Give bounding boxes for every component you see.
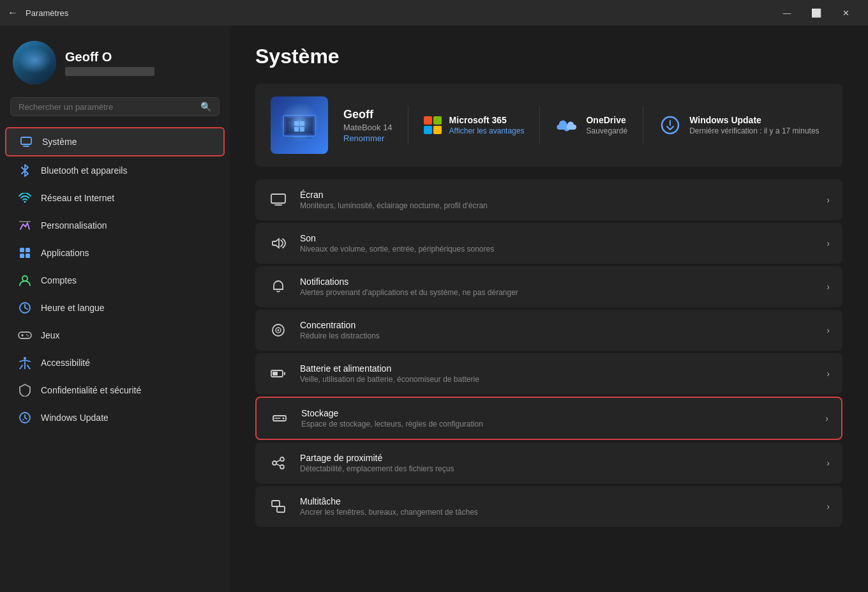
svg-rect-43 — [277, 506, 285, 512]
svg-point-35 — [283, 418, 285, 420]
settings-list: Écran Moniteurs, luminosité, éclairage n… — [255, 179, 842, 527]
applications-icon — [18, 246, 32, 260]
windows-update-icon — [18, 411, 32, 425]
svg-rect-33 — [284, 372, 285, 376]
stockage-icon — [269, 408, 290, 429]
svg-point-9 — [22, 276, 27, 281]
svg-point-14 — [26, 334, 27, 335]
divider-3 — [643, 106, 643, 144]
notifications-chevron: › — [827, 282, 830, 292]
user-name: Geoff O — [65, 50, 154, 65]
stockage-text: Stockage Espace de stockage, lecteurs, r… — [301, 408, 814, 429]
stockage-chevron: › — [825, 413, 828, 423]
divider-2 — [539, 106, 540, 144]
sidebar: Geoff O 🔍 Système — [0, 26, 230, 592]
svg-rect-11 — [19, 332, 31, 338]
bluetooth-icon — [18, 163, 32, 178]
ms365-title: Microsoft 365 — [449, 115, 525, 125]
batterie-text: Batterie et alimentation Veille, utilisa… — [300, 363, 815, 384]
jeux-icon — [18, 328, 32, 342]
search-input[interactable] — [19, 102, 195, 112]
multitache-subtitle: Ancrer les fenêtres, bureaux, changement… — [300, 508, 815, 517]
user-info: Geoff O — [65, 50, 154, 76]
svg-rect-18 — [283, 116, 315, 136]
device-model: MateBook 14 — [343, 123, 393, 132]
wu-text: Windows Update Dernière vérification : i… — [689, 115, 819, 135]
settings-row-notifications[interactable]: Notifications Alertes provenant d'applic… — [255, 266, 842, 307]
window-controls: — ⬜ ✕ — [772, 0, 860, 26]
stockage-title: Stockage — [301, 408, 814, 418]
wu-subtitle: Dernière vérification : il y a 17 minute… — [689, 126, 819, 135]
onedrive-icon — [555, 114, 578, 137]
settings-row-concentration[interactable]: Concentration Réduire les distractions › — [255, 310, 842, 351]
divider-1 — [408, 106, 408, 144]
svg-point-20 — [289, 116, 310, 136]
accessibilite-icon — [18, 356, 32, 370]
svg-rect-0 — [21, 137, 31, 144]
svg-rect-32 — [273, 372, 278, 376]
partage-text: Partage de proximité Détectabilité, empl… — [300, 453, 815, 473]
wu-info-icon — [659, 114, 682, 137]
ms365-section: Microsoft 365 Afficher les avantages — [424, 115, 525, 135]
svg-rect-21 — [293, 136, 306, 137]
ecran-text: Écran Moniteurs, luminosité, éclairage n… — [300, 190, 815, 210]
onedrive-text: OneDrive Sauvegardé — [586, 115, 627, 135]
device-rename-link[interactable]: Renommer — [343, 133, 393, 143]
svg-rect-8 — [26, 254, 30, 258]
svg-point-15 — [27, 335, 29, 337]
sidebar-item-applications[interactable]: Applications — [5, 239, 225, 266]
settings-row-son[interactable]: Son Niveaux de volume, sortie, entrée, p… — [255, 223, 842, 264]
sidebar-item-perso[interactable]: Personnalisation — [5, 212, 225, 239]
maximize-button[interactable]: ⬜ — [802, 0, 831, 26]
settings-row-batterie[interactable]: Batterie et alimentation Veille, utilisa… — [255, 353, 842, 394]
sidebar-item-bluetooth[interactable]: Bluetooth et appareils — [5, 157, 225, 184]
ms365-subtitle[interactable]: Afficher les avantages — [449, 126, 525, 135]
concentration-chevron: › — [827, 325, 830, 335]
sidebar-item-applications-label: Applications — [41, 248, 89, 258]
close-button[interactable]: ✕ — [831, 0, 860, 26]
reseau-icon — [18, 191, 32, 205]
avatar — [13, 41, 56, 84]
concentration-text: Concentration Réduire les distractions — [300, 320, 815, 340]
multitache-chevron: › — [827, 501, 830, 512]
sidebar-item-systeme[interactable]: Système — [5, 127, 225, 156]
svg-point-37 — [273, 461, 276, 465]
concentration-subtitle: Réduire les distractions — [300, 331, 815, 340]
sidebar-item-reseau[interactable]: Réseau et Internet — [5, 185, 225, 211]
svg-rect-7 — [20, 254, 24, 258]
partage-title: Partage de proximité — [300, 453, 815, 463]
settings-row-stockage[interactable]: Stockage Espace de stockage, lecteurs, r… — [255, 397, 842, 440]
device-image — [271, 96, 328, 154]
partage-chevron: › — [827, 458, 830, 468]
ecran-title: Écran — [300, 190, 815, 200]
sidebar-item-bluetooth-label: Bluetooth et appareils — [41, 165, 127, 176]
sidebar-item-jeux[interactable]: Jeux — [5, 322, 225, 349]
notifications-title: Notifications — [300, 277, 815, 287]
onedrive-section: OneDrive Sauvegardé — [555, 114, 627, 137]
user-profile: Geoff O — [0, 26, 230, 97]
svg-point-30 — [278, 330, 280, 331]
search-wrapper[interactable]: 🔍 — [10, 97, 220, 116]
ms365-icon — [424, 116, 442, 134]
partage-subtitle: Détectabilité, emplacement des fichiers … — [300, 464, 815, 473]
sidebar-item-comptes[interactable]: Comptes — [5, 267, 225, 294]
batterie-title: Batterie et alimentation — [300, 363, 815, 374]
multitache-text: Multitâche Ancrer les fenêtres, bureaux,… — [300, 496, 815, 517]
sidebar-item-accessibilite[interactable]: Accessibilité — [5, 349, 225, 376]
sidebar-item-heure-label: Heure et langue — [41, 303, 105, 313]
minimize-button[interactable]: — — [772, 0, 802, 26]
sidebar-item-heure[interactable]: Heure et langue — [5, 294, 225, 321]
settings-row-ecran[interactable]: Écran Moniteurs, luminosité, éclairage n… — [255, 179, 842, 220]
svg-point-39 — [280, 465, 284, 469]
settings-row-partage[interactable]: Partage de proximité Détectabilité, empl… — [255, 443, 842, 483]
sidebar-item-windows-update[interactable]: Windows Update — [5, 404, 225, 431]
ecran-icon — [268, 190, 288, 210]
svg-rect-6 — [26, 248, 30, 252]
comptes-icon — [18, 273, 32, 287]
sidebar-item-confidentialite[interactable]: Confidentialité et sécurité — [5, 377, 225, 404]
settings-row-multitache[interactable]: Multitâche Ancrer les fenêtres, bureaux,… — [255, 486, 842, 527]
sidebar-item-systeme-label: Système — [42, 137, 77, 147]
son-title: Son — [300, 233, 815, 243]
search-icon: 🔍 — [200, 102, 211, 112]
back-button[interactable]: ← — [8, 7, 18, 19]
